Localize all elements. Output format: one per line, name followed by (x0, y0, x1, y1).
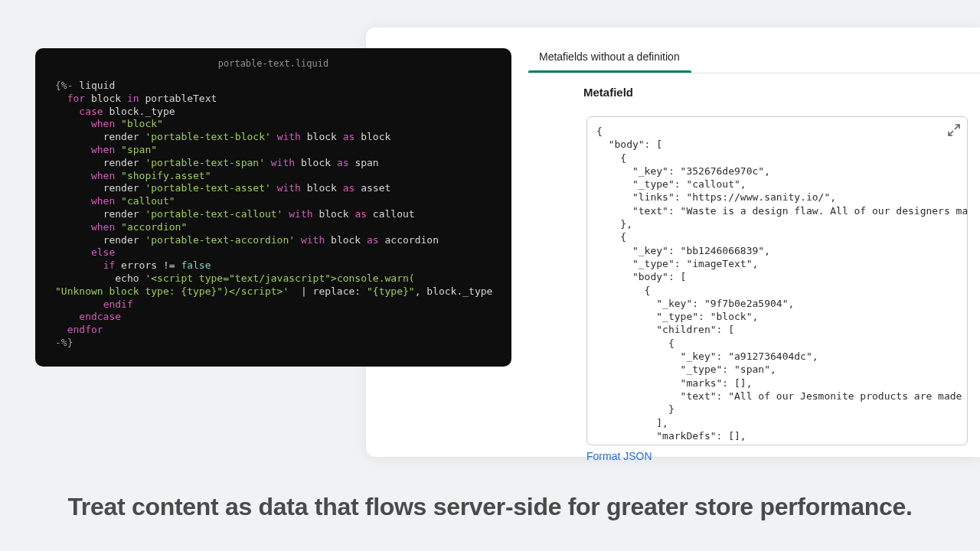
marketing-headline: Treat content as data that flows server-… (0, 493, 980, 521)
metafield-json-text: { "body": [ { "_key": "352676de970c", "_… (596, 125, 958, 445)
metafield-json-value[interactable]: { "body": [ { "_key": "352676de970c", "_… (586, 116, 968, 445)
metafield-section-heading: Metafield (583, 86, 633, 99)
metafield-tab-bar: Metafields without a definition (528, 38, 980, 73)
code-filename: portable-text.liquid (35, 48, 511, 69)
tab-metafields-without-definition[interactable]: Metafields without a definition (528, 40, 691, 72)
expand-icon[interactable] (946, 122, 963, 139)
code-content: {%- liquid for block in portableText cas… (35, 69, 511, 350)
code-editor-panel: portable-text.liquid {%- liquid for bloc… (35, 48, 511, 367)
format-json-link[interactable]: Format JSON (586, 450, 652, 462)
